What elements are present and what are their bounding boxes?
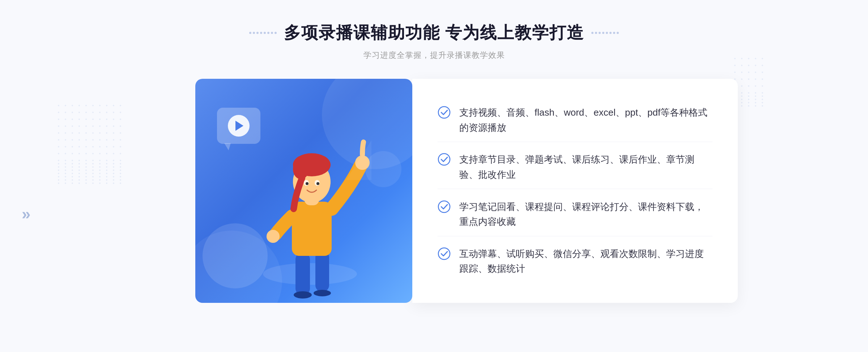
check-icon-1	[438, 106, 451, 119]
svg-point-17	[438, 154, 450, 165]
dot-decoration-left: document.addEventListener('DOMContentLoa…	[58, 105, 125, 184]
svg-point-16	[438, 107, 450, 118]
svg-point-15	[316, 182, 319, 185]
svg-point-14	[306, 182, 309, 185]
content-panel: 支持视频、音频、flash、word、excel、ppt、pdf等各种格式的资源…	[412, 79, 738, 303]
svg-point-7	[267, 230, 280, 243]
main-title: 多项录播课辅助功能 专为线上教学打造	[284, 22, 584, 44]
check-icon-3	[438, 200, 451, 213]
feature-2: 支持章节目录、弹题考试、课后练习、课后作业、章节测验、批改作业	[438, 146, 712, 189]
feature-text-3: 学习笔记回看、课程提问、课程评论打分、课件资料下载，重点内容收藏	[459, 199, 712, 229]
svg-point-3	[294, 291, 312, 299]
svg-point-4	[314, 290, 331, 296]
check-icon-4	[438, 247, 451, 260]
svg-point-18	[438, 201, 450, 213]
dot-decoration-right	[734, 58, 767, 107]
left-decorative-dots	[249, 32, 277, 34]
play-icon-circle	[228, 115, 250, 137]
left-arrow-decoration: »	[22, 205, 30, 223]
person-illustration	[248, 122, 371, 303]
feature-3: 学习笔记回看、课程提问、课程评论打分、课件资料下载，重点内容收藏	[438, 193, 712, 236]
header-section: 多项录播课辅助功能 专为线上教学打造 学习进度全掌握，提升录播课教学效果	[249, 22, 619, 61]
subtitle: 学习进度全掌握，提升录播课教学效果	[249, 50, 619, 61]
right-decorative-dots	[591, 32, 619, 34]
illustration-card	[195, 79, 412, 303]
feature-text-1: 支持视频、音频、flash、word、excel、ppt、pdf等各种格式的资源…	[459, 105, 712, 135]
play-triangle-icon	[235, 121, 243, 131]
feature-1: 支持视频、音频、flash、word、excel、ppt、pdf等各种格式的资源…	[438, 99, 712, 142]
check-icon-2	[438, 153, 451, 166]
content-area: 支持视频、音频、flash、word、excel、ppt、pdf等各种格式的资源…	[130, 79, 738, 303]
svg-rect-1	[295, 252, 310, 296]
feature-4: 互动弹幕、试听购买、微信分享、观看次数限制、学习进度跟踪、数据统计	[438, 240, 712, 283]
title-row: 多项录播课辅助功能 专为线上教学打造	[249, 22, 619, 44]
svg-rect-2	[315, 250, 329, 292]
feature-text-4: 互动弹幕、试听购买、微信分享、观看次数限制、学习进度跟踪、数据统计	[459, 246, 712, 276]
page-container: document.addEventListener('DOMContentLoa…	[0, 0, 868, 352]
feature-text-2: 支持章节目录、弹题考试、课后练习、课后作业、章节测验、批改作业	[459, 152, 712, 182]
svg-point-19	[438, 248, 450, 259]
